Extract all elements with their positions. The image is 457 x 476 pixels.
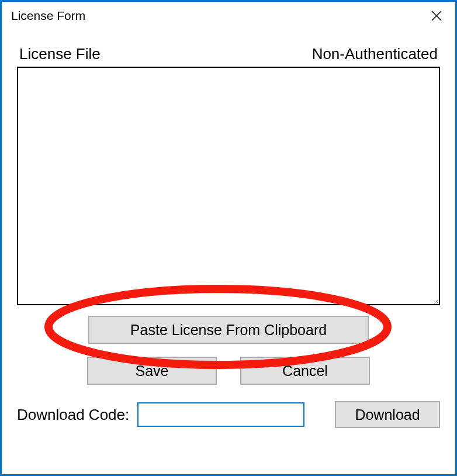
download-button[interactable]: Download bbox=[335, 401, 440, 428]
license-label-row: License File Non-Authenticated bbox=[17, 45, 440, 63]
close-icon bbox=[431, 11, 442, 21]
save-button[interactable]: Save bbox=[87, 357, 217, 385]
license-textarea[interactable] bbox=[17, 67, 440, 305]
download-code-label: Download Code: bbox=[17, 406, 129, 424]
license-form-window: License Form License File Non-Authentica… bbox=[0, 0, 457, 476]
download-code-input[interactable] bbox=[137, 402, 304, 427]
content-area: License File Non-Authenticated Paste Lic… bbox=[2, 30, 455, 474]
license-file-label: License File bbox=[19, 45, 101, 63]
download-row: Download Code: Download bbox=[17, 401, 440, 428]
save-cancel-row: Save Cancel bbox=[17, 357, 440, 385]
close-button[interactable] bbox=[425, 6, 448, 25]
paste-license-button[interactable]: Paste License From Clipboard bbox=[88, 316, 369, 344]
titlebar: License Form bbox=[2, 2, 455, 30]
cancel-button[interactable]: Cancel bbox=[240, 357, 370, 385]
window-title: License Form bbox=[11, 9, 85, 23]
auth-status-label: Non-Authenticated bbox=[312, 45, 438, 63]
